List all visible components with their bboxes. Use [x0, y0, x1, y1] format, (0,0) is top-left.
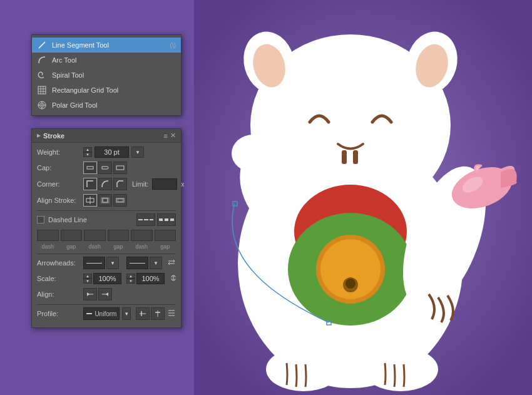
- corner-row: Corner: Limit: x: [37, 178, 176, 190]
- svg-rect-1: [38, 86, 46, 94]
- profile-extra[interactable]: [167, 309, 176, 319]
- weight-label: Weight:: [37, 148, 81, 156]
- corner-bevel-btn[interactable]: [113, 178, 127, 190]
- panel-header-icons: ≡ ✕: [164, 131, 176, 140]
- svg-rect-14: [103, 198, 108, 202]
- dash-label-1: dash: [37, 244, 59, 250]
- dashed-style-2[interactable]: [157, 213, 176, 226]
- gap-input-2[interactable]: [108, 230, 130, 241]
- cap-round-btn[interactable]: [98, 162, 112, 174]
- dashed-label: Dashed Line: [48, 216, 87, 223]
- scale-right-up[interactable]: ▲: [126, 274, 135, 279]
- cat-svg: [194, 0, 532, 395]
- cap-butt-btn[interactable]: [83, 162, 97, 174]
- svg-point-54: [363, 347, 438, 391]
- stroke-panel: ▶ Stroke ≡ ✕ Weight: ▲ ▼ ▼ Cap:: [31, 128, 182, 328]
- svg-rect-41: [342, 150, 347, 164]
- gap-input-1[interactable]: [61, 230, 83, 241]
- align-center-btn[interactable]: [83, 194, 97, 207]
- tool-label-polar-grid: Polar Grid Tool: [52, 101, 98, 109]
- tool-item-spiral[interactable]: Spiral Tool: [32, 68, 181, 83]
- dash-input-1[interactable]: [37, 230, 59, 241]
- weight-down-btn[interactable]: ▼: [83, 152, 92, 157]
- tool-label-spiral: Spiral Tool: [52, 71, 84, 79]
- scale-left-up[interactable]: ▲: [83, 274, 92, 279]
- tool-label-line-segment: Line Segment Tool: [52, 41, 109, 49]
- profile-label: Profile:: [37, 310, 81, 317]
- arrowhead-right-select[interactable]: ▼: [126, 257, 162, 269]
- arrowhead-left-select[interactable]: ▼: [83, 257, 119, 269]
- profile-flip-h[interactable]: [136, 307, 150, 320]
- cap-buttons: [83, 162, 127, 174]
- profile-flip-v[interactable]: [151, 307, 165, 320]
- tool-item-rect-grid[interactable]: Rectangular Grid Tool: [32, 83, 181, 98]
- arrowhead-swap-btn[interactable]: [167, 258, 176, 268]
- tool-dropdown-panel: Line Segment Tool (\) Arc Tool Spiral To…: [31, 34, 182, 116]
- align-stroke-row: Align Stroke:: [37, 194, 176, 207]
- panel-close-icon[interactable]: ✕: [170, 131, 176, 140]
- align-outside-btn[interactable]: [113, 194, 127, 207]
- arrowheads-label: Arrowheads:: [37, 259, 81, 267]
- arrowhead-left-dropdown[interactable]: ▼: [106, 257, 119, 269]
- dash-input-2[interactable]: [84, 230, 106, 241]
- weight-dropdown[interactable]: ▼: [131, 146, 144, 158]
- weight-row: Weight: ▲ ▼ ▼: [37, 146, 176, 158]
- profile-row: Profile: Uniform ▼: [37, 307, 176, 320]
- svg-point-48: [345, 279, 356, 289]
- weight-up-btn[interactable]: ▲: [83, 147, 92, 152]
- limit-input[interactable]: [152, 178, 177, 190]
- profile-dropdown[interactable]: ▼: [122, 307, 131, 320]
- tool-shortcut-line-segment: (\): [170, 42, 176, 49]
- scale-row: Scale: ▲ ▼ ▲ ▼: [37, 273, 176, 284]
- limit-x: x: [181, 181, 184, 188]
- dash-label-3: dash: [131, 244, 153, 250]
- dashed-style-1[interactable]: [136, 213, 155, 226]
- gap-input-3[interactable]: [155, 230, 176, 241]
- cap-row: Cap:: [37, 162, 176, 174]
- svg-rect-10: [87, 167, 93, 169]
- tool-item-arc[interactable]: Arc Tool: [32, 53, 181, 68]
- svg-marker-26: [87, 292, 90, 296]
- tool-label-arc: Arc Tool: [52, 56, 77, 64]
- svg-rect-42: [353, 150, 358, 164]
- svg-point-52: [232, 135, 275, 172]
- gap-label-1: gap: [61, 244, 83, 250]
- svg-rect-11: [116, 166, 124, 170]
- polar-grid-icon: [37, 100, 47, 110]
- divider-1: [37, 210, 176, 211]
- profile-select[interactable]: Uniform: [83, 307, 120, 320]
- dash-gap-row: dash gap dash gap dash gap: [37, 230, 176, 250]
- scale-right-stepper[interactable]: ▲ ▼: [126, 274, 135, 284]
- align-start-btn[interactable]: [83, 288, 97, 300]
- tool-item-polar-grid[interactable]: Polar Grid Tool: [32, 98, 181, 113]
- scale-left-down[interactable]: ▼: [83, 279, 92, 284]
- limit-label: Limit:: [132, 180, 148, 188]
- align-inside-btn[interactable]: [98, 194, 112, 207]
- gap-label-3: gap: [155, 244, 176, 250]
- svg-rect-17: [118, 199, 123, 202]
- scale-left-stepper[interactable]: ▲ ▼: [83, 274, 92, 284]
- align-label-2: Align:: [37, 290, 81, 298]
- arrowhead-right-dropdown[interactable]: ▼: [150, 257, 162, 269]
- dash-input-3[interactable]: [131, 230, 153, 241]
- panel-menu-icon[interactable]: ≡: [164, 132, 168, 140]
- align-end-btn[interactable]: [98, 288, 112, 300]
- corner-round-btn[interactable]: [98, 178, 112, 190]
- weight-stepper[interactable]: ▲ ▼: [83, 147, 92, 157]
- scale-right-input[interactable]: [136, 273, 165, 284]
- rect-grid-icon: [37, 85, 47, 95]
- cap-square-btn[interactable]: [113, 162, 127, 174]
- scale-right-down[interactable]: ▼: [126, 279, 135, 284]
- panel-title: Stroke: [43, 132, 64, 140]
- arrowheads-row: Arrowheads: ▼ ▼: [37, 257, 176, 269]
- dashed-checkbox[interactable]: [37, 216, 44, 223]
- scale-left-input[interactable]: [93, 273, 121, 284]
- panel-collapse-icon[interactable]: ▶: [37, 133, 41, 138]
- tool-item-line-segment[interactable]: Line Segment Tool (\): [32, 38, 181, 53]
- svg-rect-23: [170, 218, 174, 221]
- scale-left: ▲ ▼: [83, 273, 121, 284]
- corner-miter-btn[interactable]: [83, 178, 97, 190]
- align-stroke-label: Align Stroke:: [37, 197, 81, 204]
- scale-link-btn[interactable]: [170, 274, 177, 284]
- weight-input[interactable]: [95, 146, 129, 158]
